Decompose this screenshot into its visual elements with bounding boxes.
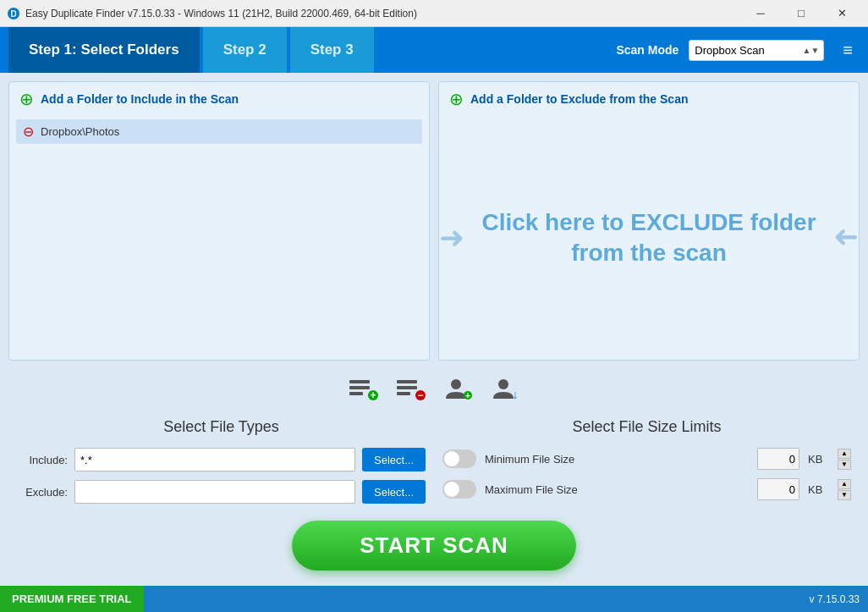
exclude-panel-header: ⊕ Add a Folder to Exclude from the Scan bbox=[439, 82, 859, 116]
svg-rect-2 bbox=[349, 380, 370, 383]
app-icon: D bbox=[7, 7, 20, 20]
add-user-button[interactable]: + bbox=[437, 372, 478, 406]
restore-button[interactable]: □ bbox=[782, 0, 821, 27]
toolbar-row: + − + ↓ bbox=[8, 367, 860, 411]
include-file-types-input[interactable] bbox=[74, 448, 355, 471]
max-file-size-unit: KB bbox=[808, 483, 829, 496]
min-file-size-toggle[interactable] bbox=[442, 449, 476, 468]
add-include-list-button[interactable]: + bbox=[343, 372, 383, 406]
min-file-size-row: Minimum File Size KB ▲ ▼ bbox=[442, 448, 851, 470]
max-size-down-button[interactable]: ▼ bbox=[838, 490, 851, 500]
svg-text:↓: ↓ bbox=[513, 388, 519, 401]
svg-rect-8 bbox=[397, 386, 417, 389]
remove-list-include-icon: − bbox=[395, 377, 426, 402]
exclude-panel-content[interactable]: ➜ Click here to EXCLUDE folder from the … bbox=[439, 116, 859, 360]
exclude-select-button[interactable]: Select... bbox=[362, 480, 426, 504]
scan-mode-wrapper: Dropbox Scan Standard Scan Audio Scan Im… bbox=[689, 40, 824, 61]
include-file-types-row: Include: Select... bbox=[17, 448, 426, 471]
add-folder-include-icon: ⊕ bbox=[19, 89, 34, 109]
exclude-file-types-input[interactable] bbox=[74, 480, 355, 504]
version-text: v 7.15.0.33 bbox=[810, 593, 868, 605]
svg-rect-4 bbox=[349, 392, 363, 395]
download-user-button[interactable]: ↓ bbox=[485, 372, 525, 406]
include-folder-item[interactable]: ⊖ Dropbox\Photos bbox=[16, 119, 422, 144]
premium-badge: PREMIUM FREE TRIAL bbox=[0, 586, 144, 612]
file-size-title: Select File Size Limits bbox=[442, 418, 851, 436]
max-file-size-label: Maximum File Size bbox=[485, 483, 749, 496]
svg-point-12 bbox=[451, 379, 461, 389]
title-bar-controls: ─ □ ✕ bbox=[741, 0, 861, 27]
title-bar-text: Easy Duplicate Finder v7.15.0.33 - Windo… bbox=[25, 8, 741, 19]
tab-step2[interactable]: Step 2 bbox=[203, 27, 287, 73]
include-panel: ⊕ Add a Folder to Include in the Scan ⊖ … bbox=[8, 81, 430, 361]
hamburger-menu-button[interactable]: ≡ bbox=[836, 37, 860, 63]
scan-btn-row: START SCAN bbox=[8, 510, 860, 577]
min-file-size-input[interactable] bbox=[757, 448, 799, 470]
scan-mode-label: Scan Mode bbox=[616, 43, 678, 57]
include-file-types-label: Include: bbox=[17, 454, 68, 466]
file-types-panel: Select File Types Include: Select... Exc… bbox=[17, 418, 426, 504]
footer: PREMIUM FREE TRIAL v 7.15.0.33 bbox=[0, 586, 868, 612]
title-bar: D Easy Duplicate Finder v7.15.0.33 - Win… bbox=[0, 0, 868, 27]
download-user-icon: ↓ bbox=[490, 377, 520, 402]
min-file-size-label: Minimum File Size bbox=[485, 453, 749, 466]
add-list-include-icon: + bbox=[348, 377, 378, 402]
close-button[interactable]: ✕ bbox=[822, 0, 861, 27]
include-folder-path: Dropbox\Photos bbox=[41, 125, 119, 138]
svg-text:−: − bbox=[417, 389, 423, 401]
min-size-up-button[interactable]: ▲ bbox=[838, 449, 851, 459]
minimize-button[interactable]: ─ bbox=[741, 0, 780, 27]
hamburger-icon: ≡ bbox=[843, 41, 853, 59]
max-size-up-button[interactable]: ▲ bbox=[838, 479, 851, 489]
remove-folder-icon: ⊖ bbox=[23, 124, 34, 140]
file-size-panel: Select File Size Limits Minimum File Siz… bbox=[442, 418, 851, 504]
add-folder-exclude-icon: ⊕ bbox=[449, 89, 464, 109]
svg-text:+: + bbox=[370, 389, 376, 401]
tab-step3[interactable]: Step 3 bbox=[290, 27, 374, 73]
exclude-panel-title: Add a Folder to Exclude from the Scan bbox=[470, 92, 688, 106]
exclude-file-types-row: Exclude: Select... bbox=[17, 480, 426, 504]
tab-step1[interactable]: Step 1: Select Folders bbox=[8, 27, 200, 73]
min-file-size-spinner: ▲ ▼ bbox=[838, 449, 851, 470]
arrow-right-icon: ➜ bbox=[833, 220, 859, 256]
include-panel-title: Add a Folder to Include in the Scan bbox=[41, 92, 239, 106]
svg-rect-9 bbox=[397, 392, 410, 395]
max-file-size-toggle[interactable] bbox=[442, 480, 476, 499]
arrow-left-icon: ➜ bbox=[439, 220, 464, 256]
include-select-button[interactable]: Select... bbox=[362, 448, 426, 471]
svg-point-15 bbox=[498, 379, 508, 389]
remove-include-list-button[interactable]: − bbox=[390, 372, 431, 406]
max-file-size-row: Maximum File Size KB ▲ ▼ bbox=[442, 478, 851, 500]
add-user-icon: + bbox=[442, 377, 473, 402]
include-panel-content: ⊖ Dropbox\Photos bbox=[9, 116, 429, 360]
exclude-message: Click here to EXCLUDE folder from the sc… bbox=[478, 207, 820, 269]
file-types-title: Select File Types bbox=[17, 418, 426, 436]
svg-text:D: D bbox=[10, 9, 16, 19]
start-scan-button[interactable]: START SCAN bbox=[292, 521, 576, 571]
max-file-size-spinner: ▲ ▼ bbox=[838, 479, 851, 500]
max-file-size-input[interactable] bbox=[757, 478, 799, 500]
bottom-section: Select File Types Include: Select... Exc… bbox=[8, 418, 860, 504]
exclude-panel[interactable]: ⊕ Add a Folder to Exclude from the Scan … bbox=[438, 81, 860, 361]
svg-text:+: + bbox=[465, 390, 470, 400]
panels-row: ⊕ Add a Folder to Include in the Scan ⊖ … bbox=[8, 81, 860, 361]
scan-mode-select[interactable]: Dropbox Scan Standard Scan Audio Scan Im… bbox=[689, 40, 824, 61]
svg-rect-7 bbox=[397, 380, 417, 383]
min-size-down-button[interactable]: ▼ bbox=[838, 460, 851, 470]
exclude-file-types-label: Exclude: bbox=[17, 486, 68, 499]
svg-rect-3 bbox=[349, 386, 370, 389]
include-panel-header: ⊕ Add a Folder to Include in the Scan bbox=[9, 82, 429, 116]
main-content: ⊕ Add a Folder to Include in the Scan ⊖ … bbox=[0, 73, 868, 586]
nav-bar: Step 1: Select Folders Step 2 Step 3 Sca… bbox=[0, 27, 868, 73]
min-file-size-unit: KB bbox=[808, 453, 829, 466]
